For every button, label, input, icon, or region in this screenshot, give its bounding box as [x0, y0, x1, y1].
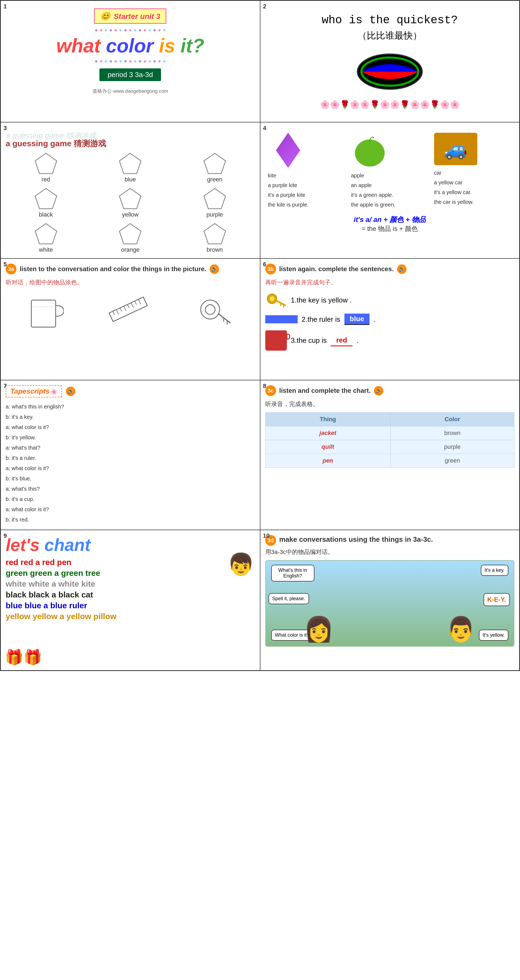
item-apple: apple an apple it's a green apple. the a… — [348, 133, 431, 210]
cell-num-7: 7 — [3, 383, 7, 390]
sentence-2: 2.the ruler is blue . — [265, 313, 515, 325]
title-it: it? — [181, 35, 204, 57]
table-row: pengreen — [265, 454, 514, 468]
cell-6: 6 3b listen again. complete the sentence… — [260, 258, 520, 380]
dot-row-top: ❖❖❖❖❖❖❖❖❖❖❖❖❖❖❖ — [8, 28, 252, 32]
make-conv-cn: 用3a-3c中的物品编对话。 — [265, 548, 515, 556]
cell-4: 4 kite a purple kite it's a purple kite … — [260, 122, 520, 258]
shape-black: black — [6, 187, 86, 218]
sound-icon-7[interactable]: 🔊 — [66, 387, 75, 396]
flower-decoration: 🌸🌸🌹🌸🌸🌹🌸🌸🌹🌸🌸🌹🌸🌸 — [265, 100, 515, 109]
s2-pre: 2.the ruler is — [302, 315, 340, 324]
cell-2: 2 who is the quickest? （比比谁最快） 🌸🌸🌹🌸🌸🌹🌸🌸🌹… — [260, 0, 520, 122]
chant-lets: let's — [6, 535, 44, 555]
svg-line-20 — [124, 306, 126, 311]
item-kite: kite a purple kite it's a purple kite th… — [265, 133, 349, 210]
apple-texts: apple an apple it's a green apple. the a… — [351, 170, 429, 210]
tape-line: a: what's this? — [6, 484, 255, 494]
cup-outline — [29, 295, 64, 334]
kite-texts: kite a purple kite it's a purple kite th… — [268, 170, 346, 210]
svg-point-26 — [205, 305, 215, 314]
cell-num-10: 10 — [263, 532, 270, 539]
car-shape: 🚙 — [434, 133, 477, 165]
cell-3: 3 a guessing game 猜测游戏 a guessing game 猜… — [0, 122, 260, 258]
color-cell: purple — [391, 440, 514, 454]
bubble-1: What's this in English? — [271, 565, 314, 582]
pentagon-brown — [203, 222, 227, 245]
cell-9: 9 let's chant red red a red pengreen gre… — [0, 530, 260, 670]
oval-container — [265, 50, 515, 94]
formula-line2: = the 物品 is + 颜色 — [265, 224, 515, 233]
main-grid: 1 😊 Starter unit 3 ❖❖❖❖❖❖❖❖❖❖❖❖❖❖❖ what … — [0, 0, 520, 671]
shape-white: white — [6, 222, 86, 253]
section-cn-8: 听录音，完成表格。 — [265, 400, 515, 408]
cup-red-img — [265, 330, 287, 351]
svg-line-27 — [218, 313, 230, 323]
shape-red: red — [6, 152, 86, 183]
svg-marker-6 — [35, 188, 57, 209]
svg-marker-3 — [35, 153, 57, 173]
table-row: jacketbrown — [265, 426, 514, 440]
cell-7: 7 Tapescripts 🌸 🔊 a: what's this in engl… — [0, 380, 260, 530]
sentence-1: 1.the key is yellow . — [265, 292, 515, 308]
section-header-5: 3a listen to the conversation and color … — [6, 264, 255, 274]
chant-line: red red a red pen — [6, 558, 255, 567]
chant-title-row: let's chant — [6, 535, 255, 555]
char-student: 👩 — [304, 615, 334, 643]
bubble-2: It's a key. — [481, 565, 508, 576]
svg-line-22 — [131, 303, 133, 308]
title-what: what — [56, 35, 106, 57]
chant-line: blue blue a blue ruler — [6, 601, 255, 610]
thing-cell: jacket — [265, 426, 391, 440]
cell-num-8: 8 — [263, 383, 266, 390]
color-oval — [356, 50, 423, 93]
svg-marker-4 — [119, 153, 141, 173]
key-outline — [197, 296, 232, 332]
period-container: period 3 3a-3d — [8, 66, 252, 84]
title-is: is — [159, 35, 181, 57]
table-header-row: Thing Color — [265, 412, 514, 426]
svg-rect-16 — [109, 297, 147, 322]
svg-point-25 — [201, 300, 220, 319]
sound-icon-6[interactable]: 🔊 — [397, 264, 407, 274]
ruler-blue-block — [265, 315, 298, 323]
cell-num-5: 5 — [3, 261, 7, 268]
quickest-title-cn: （比比谁最快） — [265, 29, 515, 42]
chant-line: white white a white kite — [6, 579, 255, 589]
main-title: what color is it? — [8, 35, 252, 57]
chant-line: green green a green tree — [6, 568, 255, 578]
chant-line: black black a black cat — [6, 590, 255, 599]
chart-table: Thing Color jacketbrownquiltpurplepengre… — [265, 412, 515, 468]
shape-brown: brown — [174, 222, 255, 253]
pentagon-white — [34, 222, 58, 245]
cell-5: 5 3a listen to the conversation and colo… — [0, 258, 260, 380]
shapes-grid: red blue green black yellow purple — [6, 152, 255, 253]
title-color: color — [106, 35, 159, 57]
s2-answer: blue — [344, 313, 369, 325]
cell-10: 10 3d make conversations using the thing… — [260, 530, 520, 670]
apple-shape — [351, 133, 389, 168]
svg-marker-5 — [204, 153, 225, 173]
svg-line-24 — [139, 299, 141, 304]
s1-text: 1.the key is yellow . — [291, 296, 352, 304]
col-color: Color — [391, 412, 514, 426]
tape-line: a: what color is it? — [6, 504, 255, 514]
shape-green: green — [174, 152, 255, 183]
tapescript-title: Tapescripts — [10, 387, 49, 395]
section-cn-5: 听对话，给图中的物品涂色。 — [6, 278, 255, 286]
guess-bg-title: a guessing game 猜测游戏 — [6, 130, 96, 141]
sound-icon-5[interactable]: 🔊 — [209, 264, 219, 274]
pentagon-purple — [203, 187, 227, 210]
svg-line-23 — [135, 301, 136, 305]
svg-point-12 — [355, 140, 385, 167]
sound-icon-8[interactable]: 🔊 — [374, 386, 383, 396]
svg-marker-10 — [119, 224, 141, 244]
chant-line: yellow yellow a yellow pillow — [6, 612, 255, 621]
col-thing: Thing — [265, 412, 391, 426]
formula-line1: it's a/ an + 颜色 + 物品 — [265, 215, 515, 224]
svg-marker-7 — [119, 188, 141, 209]
make-conv-title: make conversations using the things in 3… — [279, 535, 433, 544]
tape-line: a: what's this in english? — [6, 401, 255, 412]
svg-line-18 — [116, 310, 119, 314]
tapescript-header: Tapescripts 🌸 🔊 — [6, 385, 255, 398]
